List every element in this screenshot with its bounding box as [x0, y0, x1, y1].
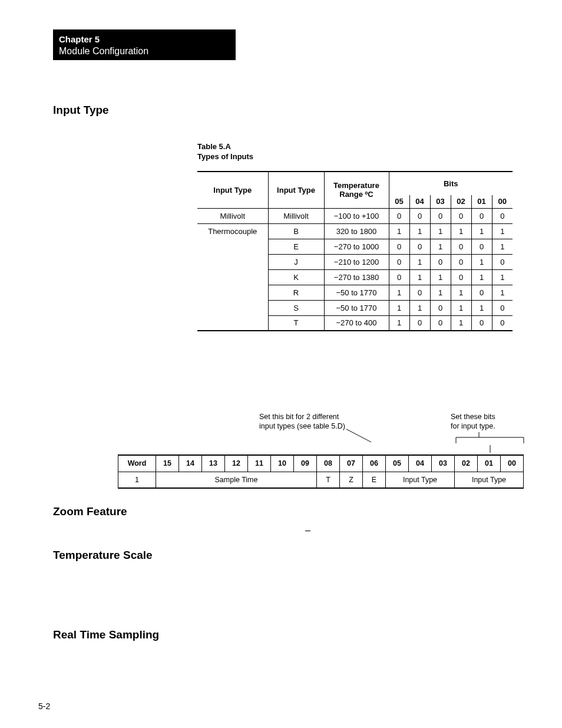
cell-bit: 0 [389, 239, 409, 254]
cell-bit: 1 [409, 223, 430, 239]
th-input-type-b: Input Type [268, 172, 324, 208]
cell-bit: 0 [451, 239, 471, 254]
cell-type: J [268, 254, 324, 269]
annotation-set-bits-input-type: Set these bits for input type. [451, 413, 521, 431]
cell-bit: 1 [430, 285, 451, 300]
th-bit-04: 04 [409, 195, 430, 208]
th-bit-07: 07 [340, 455, 363, 472]
section-heading-input-type: Input Type [53, 104, 109, 117]
th-bit-06: 06 [363, 455, 386, 472]
table-5a-title-line1: Table 5.A [197, 142, 231, 151]
cell-range: −270 to 400 [324, 315, 389, 331]
table-5a: Input Type Input Type Temperature Range … [197, 171, 513, 331]
cell-bit: 1 [389, 315, 409, 331]
cell-type: Millivolt [268, 208, 324, 223]
cell-range: −270 to 1380 [324, 269, 389, 285]
cell-bit: 0 [492, 315, 513, 331]
th-bit-00: 00 [492, 195, 513, 208]
annotation-line: Set this bit for 2 different [259, 413, 339, 421]
cell-range: −50 to 1770 [324, 285, 389, 300]
cell-bit: 0 [451, 254, 471, 269]
cell-input-type-b: Input Type [455, 472, 524, 488]
cell-bit: 1 [430, 269, 451, 285]
cell-range: −50 to 1770 [324, 300, 389, 315]
cell-z: Z [340, 472, 363, 488]
cell-type: K [268, 269, 324, 285]
cell-sample-time: Sample Time [156, 472, 317, 488]
table-5a-title-line2: Types of Inputs [197, 152, 253, 161]
cell-bit: 0 [409, 208, 430, 223]
th-bit-11: 11 [248, 455, 271, 472]
th-bit-05: 05 [386, 455, 409, 472]
table-5a-title: Table 5.A Types of Inputs [197, 142, 253, 162]
th-bit-03: 03 [432, 455, 455, 472]
th-bit-01: 01 [471, 195, 492, 208]
cell-bit: 1 [451, 223, 471, 239]
th-bit-04: 04 [409, 455, 432, 472]
th-bit-14: 14 [179, 455, 202, 472]
chapter-header: Chapter 5 Module Configuration [53, 29, 236, 60]
cell-input-type-a: Input Type [386, 472, 455, 488]
cell-bit: 0 [430, 315, 451, 331]
table-row: 1 Sample Time T Z E Input Type Input Typ… [118, 472, 524, 488]
th-bit-15: 15 [156, 455, 179, 472]
cell-bit: 1 [389, 300, 409, 315]
th-bit-09: 09 [294, 455, 317, 472]
cell-bit: 0 [430, 208, 451, 223]
th-bit-13: 13 [202, 455, 225, 472]
cell-type: E [268, 239, 324, 254]
th-bit-01: 01 [478, 455, 501, 472]
cell-bit: 0 [471, 239, 492, 254]
bit-word-table: Word 15 14 13 12 11 10 09 08 07 06 05 04… [118, 454, 524, 489]
cell-range: −270 to 1000 [324, 239, 389, 254]
chapter-subtitle: Module Configuration [59, 45, 230, 58]
cell-bit: 0 [430, 254, 451, 269]
cell-bit: 1 [409, 269, 430, 285]
cell-bit: 0 [409, 285, 430, 300]
annotation-line: Set these bits [451, 413, 495, 421]
cell-bit: 0 [492, 300, 513, 315]
cell-bit: 0 [389, 208, 409, 223]
table-row: Thermocouple B 320 to 1800 1 1 1 1 1 1 [197, 223, 513, 239]
th-bit-10: 10 [271, 455, 294, 472]
cell-range: −210 to 1200 [324, 254, 389, 269]
cell-bit: 1 [492, 269, 513, 285]
th-bit-12: 12 [225, 455, 248, 472]
cell-bit: 1 [451, 300, 471, 315]
cell-bit: 0 [471, 208, 492, 223]
section-heading-real-time-sampling: Real Time Sampling [53, 628, 159, 641]
annotation-line: for input type. [451, 422, 495, 430]
cell-type: S [268, 300, 324, 315]
cell-bit: 1 [492, 239, 513, 254]
th-bit-00: 00 [501, 455, 524, 472]
cell-bit: 0 [430, 300, 451, 315]
svg-line-0 [346, 429, 371, 442]
cell-bit: 1 [389, 285, 409, 300]
cell-type: T [268, 315, 324, 331]
th-temp-line1: Temperature [333, 181, 379, 190]
th-temp-range: Temperature Range ºC [324, 172, 389, 208]
page-number: 5-2 [38, 701, 50, 711]
cell-type: R [268, 285, 324, 300]
cell-bit: 0 [409, 239, 430, 254]
cell-type: B [268, 223, 324, 239]
cell-bit: 1 [430, 223, 451, 239]
cell-bit: 0 [451, 269, 471, 285]
cell-bit: 0 [471, 285, 492, 300]
cell-bit: 0 [471, 315, 492, 331]
cell-bit: 1 [451, 285, 471, 300]
cell-t: T [317, 472, 340, 488]
cell-e: E [363, 472, 386, 488]
cell-cat: Thermocouple [197, 223, 268, 331]
section-heading-zoom: Zoom Feature [53, 505, 127, 518]
dash-mark: – [305, 525, 310, 536]
cell-cat: Millivolt [197, 208, 268, 223]
cell-bit: 1 [409, 300, 430, 315]
th-bits: Bits [389, 172, 513, 195]
cell-bit: 0 [389, 269, 409, 285]
th-bit-02: 02 [451, 195, 471, 208]
cell-bit: 1 [492, 223, 513, 239]
th-bit-02: 02 [455, 455, 478, 472]
cell-range: 320 to 1800 [324, 223, 389, 239]
cell-word: 1 [118, 472, 156, 488]
